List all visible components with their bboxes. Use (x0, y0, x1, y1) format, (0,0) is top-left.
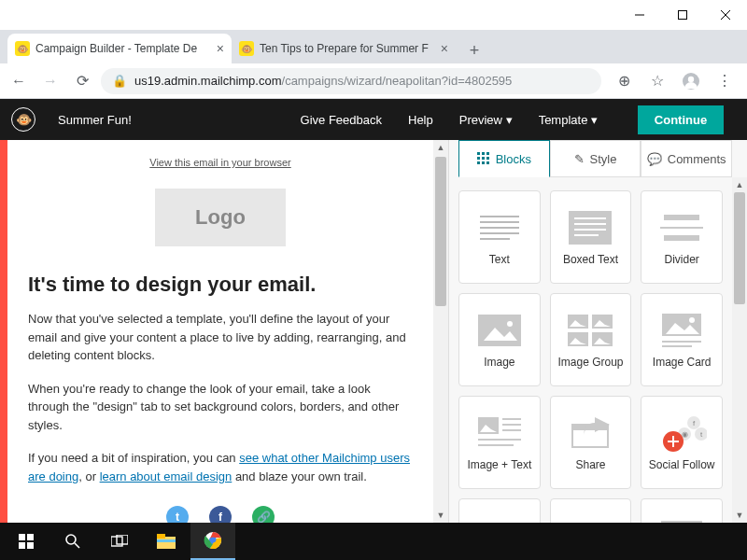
svg-rect-70 (19, 534, 25, 540)
canvas-vertical-scrollbar[interactable]: ▲ ▼ (433, 140, 448, 523)
svg-rect-14 (486, 161, 489, 164)
windows-taskbar (0, 523, 747, 560)
facebook-icon[interactable]: f (209, 506, 232, 523)
block-label: Image + Text (467, 458, 531, 471)
svg-point-30 (507, 321, 513, 327)
inspiration-link-2[interactable]: learn about email design (100, 469, 233, 483)
url-host: us19.admin.mailchimp.com (134, 74, 282, 88)
svg-rect-80 (157, 539, 176, 542)
svg-rect-71 (27, 534, 34, 540)
help-link[interactable]: Help (408, 113, 433, 127)
chrome-menu-icon[interactable]: ⋮ (712, 68, 738, 94)
svg-rect-13 (482, 161, 485, 164)
scroll-down-arrow-icon[interactable]: ▼ (433, 508, 448, 523)
bookmark-star-icon[interactable]: ☆ (644, 68, 670, 94)
block-label: Image Card (653, 356, 712, 369)
scrollbar-thumb[interactable] (734, 192, 745, 304)
window-minimize-button[interactable] (618, 0, 661, 30)
text: , or (78, 469, 99, 483)
email-heading[interactable]: It's time to design your email. (28, 273, 413, 297)
scroll-down-arrow-icon[interactable]: ▼ (732, 508, 747, 523)
logo-placeholder[interactable]: Logo (155, 189, 286, 246)
text-block-icon (474, 208, 525, 247)
template-dropdown[interactable]: Template ▾ (539, 113, 598, 127)
block-image-text[interactable]: Image + Text (458, 396, 541, 489)
mailchimp-favicon: 🐵 (15, 41, 30, 56)
close-icon[interactable]: × (441, 41, 448, 56)
block-footer[interactable]: Footer (550, 498, 632, 523)
email-paragraph-1[interactable]: Now that you've selected a template, you… (28, 310, 413, 365)
block-image[interactable]: Image (458, 293, 541, 386)
forward-button[interactable]: → (37, 68, 63, 94)
window-maximize-button[interactable] (661, 0, 704, 30)
url-path: /campaigns/wizard/neapolitan?id=4802595 (282, 74, 513, 88)
share-icon (565, 413, 615, 453)
address-bar[interactable]: 🔒 us19.admin.mailchimp.com/campaigns/wiz… (101, 68, 601, 94)
svg-point-41 (689, 317, 695, 323)
browser-tab[interactable]: 🐵 Ten Tips to Prepare for Summer F × (232, 34, 456, 63)
window-close-button[interactable] (704, 0, 747, 30)
lock-icon: 🔒 (112, 74, 127, 88)
tab-label: Blocks (496, 152, 531, 166)
reload-button[interactable]: ⟳ (69, 68, 95, 94)
text: and blaze your own trail. (232, 469, 367, 483)
block-code[interactable]: </> Code (641, 498, 723, 523)
svg-rect-27 (664, 235, 699, 241)
close-icon[interactable]: × (217, 41, 224, 56)
email-paragraph-2[interactable]: When you're ready to change the look of … (28, 380, 413, 435)
block-label: Text (489, 253, 510, 266)
block-social-follow[interactable]: ft◉ Social Follow (641, 396, 723, 489)
block-share[interactable]: Share (550, 396, 632, 489)
preview-dropdown[interactable]: Preview ▾ (459, 113, 513, 127)
social-follow-icon: ft◉ (656, 413, 707, 453)
block-image-group[interactable]: Image Group (550, 293, 632, 386)
svg-rect-6 (477, 152, 480, 155)
link-icon[interactable]: 🔗 (252, 506, 275, 523)
block-image-card[interactable]: Image Card (641, 293, 723, 386)
profile-avatar-icon[interactable] (678, 68, 704, 94)
svg-rect-11 (486, 157, 489, 160)
tab-comments[interactable]: 💬 Comments (641, 140, 732, 176)
scroll-up-arrow-icon[interactable]: ▲ (732, 177, 747, 192)
block-label: Image (484, 356, 514, 369)
tab-style[interactable]: ✎ Style (550, 140, 641, 176)
search-button[interactable] (50, 523, 95, 560)
tab-blocks[interactable]: Blocks (458, 140, 550, 177)
give-feedback-link[interactable]: Give Feedback (301, 113, 382, 127)
social-icons-row[interactable]: t f 🔗 (28, 506, 413, 523)
task-view-button[interactable] (97, 523, 142, 560)
block-divider[interactable]: Divider (641, 190, 723, 284)
image-text-icon (474, 413, 525, 453)
block-text[interactable]: Text (458, 190, 541, 284)
image-icon (474, 311, 525, 350)
svg-rect-25 (664, 215, 699, 220)
block-boxed-text[interactable]: Boxed Text (550, 190, 632, 284)
back-button[interactable]: ← (6, 68, 32, 94)
comment-icon: 💬 (647, 152, 662, 166)
zoom-icon[interactable]: ⊕ (611, 68, 637, 94)
tab-title: Campaign Builder - Template De (35, 42, 211, 55)
new-tab-button[interactable]: + (461, 37, 487, 63)
svg-rect-20 (569, 211, 612, 245)
scroll-up-arrow-icon[interactable]: ▲ (433, 140, 448, 155)
button-block-icon (474, 516, 525, 523)
file-explorer-taskbar-icon[interactable] (144, 523, 189, 560)
tab-label: Style (590, 152, 617, 166)
mailchimp-logo-icon[interactable]: 🐵 (11, 107, 35, 132)
twitter-icon[interactable]: t (166, 506, 189, 523)
svg-rect-9 (477, 157, 480, 160)
svg-point-74 (66, 535, 76, 544)
scrollbar-thumb[interactable] (435, 157, 446, 306)
block-button[interactable]: Button (458, 498, 541, 523)
chrome-taskbar-icon[interactable] (190, 523, 235, 560)
browser-tab-active[interactable]: 🐵 Campaign Builder - Template De × (7, 34, 232, 63)
email-canvas[interactable]: View this email in your browser Logo It'… (0, 140, 448, 523)
start-button[interactable] (4, 523, 49, 560)
continue-button[interactable]: Continue (638, 105, 724, 134)
campaign-name[interactable]: Summer Fun! (58, 113, 132, 127)
panel-vertical-scrollbar[interactable]: ▲ ▼ (732, 177, 747, 523)
grid-icon (477, 152, 490, 165)
brush-icon: ✎ (574, 152, 585, 166)
email-paragraph-3[interactable]: If you need a bit of inspiration, you ca… (28, 449, 413, 485)
view-in-browser-link[interactable]: View this email in your browser (28, 157, 413, 168)
